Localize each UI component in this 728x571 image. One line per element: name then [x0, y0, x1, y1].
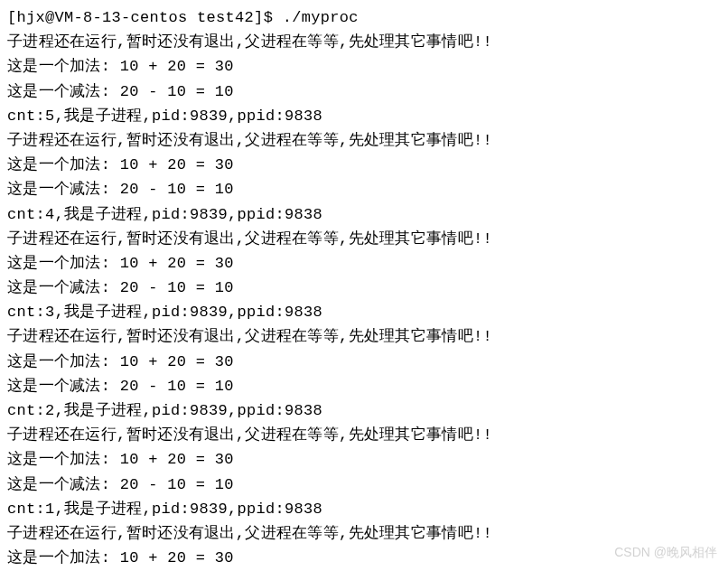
terminal-child-line: cnt:1,我是子进程,pid:9839,ppid:9838 — [7, 497, 721, 521]
terminal-add-line: 这是一个加法: 10 + 20 = 30 — [7, 251, 721, 276]
terminal-prompt-line: [hjx@VM-8-13-centos test42]$ ./myproc — [7, 5, 721, 30]
terminal-sub-line: 这是一个减法: 20 - 10 = 10 — [7, 276, 721, 300]
terminal-add-line: 这是一个加法: 10 + 20 = 30 — [7, 54, 721, 79]
terminal-child-line: cnt:4,我是子进程,pid:9839,ppid:9838 — [7, 202, 721, 227]
terminal-running-line: 子进程还在运行,暂时还没有退出,父进程在等等,先处理其它事情吧!! — [7, 227, 721, 251]
terminal-output: 子进程还在运行,暂时还没有退出,父进程在等等,先处理其它事情吧!!这是一个加法:… — [7, 30, 721, 571]
terminal-sub-line: 这是一个减法: 20 - 10 = 10 — [7, 177, 721, 201]
terminal-add-line: 这是一个加法: 10 + 20 = 30 — [7, 153, 721, 177]
terminal-child-line: cnt:3,我是子进程,pid:9839,ppid:9838 — [7, 300, 721, 324]
terminal-running-line: 子进程还在运行,暂时还没有退出,父进程在等等,先处理其它事情吧!! — [7, 128, 721, 153]
terminal-sub-line: 这是一个减法: 20 - 10 = 10 — [7, 374, 721, 398]
terminal-add-line: 这是一个加法: 10 + 20 = 30 — [7, 546, 721, 570]
terminal-running-line: 子进程还在运行,暂时还没有退出,父进程在等等,先处理其它事情吧!! — [7, 423, 721, 447]
terminal-running-line: 子进程还在运行,暂时还没有退出,父进程在等等,先处理其它事情吧!! — [7, 521, 721, 546]
terminal-sub-line: 这是一个减法: 20 - 10 = 10 — [7, 80, 721, 104]
terminal-sub-line: 这是一个减法: 20 - 10 = 10 — [7, 473, 721, 497]
terminal-child-line: cnt:2,我是子进程,pid:9839,ppid:9838 — [7, 398, 721, 423]
terminal-add-line: 这是一个加法: 10 + 20 = 30 — [7, 447, 721, 472]
terminal-running-line: 子进程还在运行,暂时还没有退出,父进程在等等,先处理其它事情吧!! — [7, 30, 721, 54]
terminal-child-line: cnt:5,我是子进程,pid:9839,ppid:9838 — [7, 104, 721, 128]
terminal-add-line: 这是一个加法: 10 + 20 = 30 — [7, 350, 721, 374]
terminal-running-line: 子进程还在运行,暂时还没有退出,父进程在等等,先处理其它事情吧!! — [7, 324, 721, 349]
